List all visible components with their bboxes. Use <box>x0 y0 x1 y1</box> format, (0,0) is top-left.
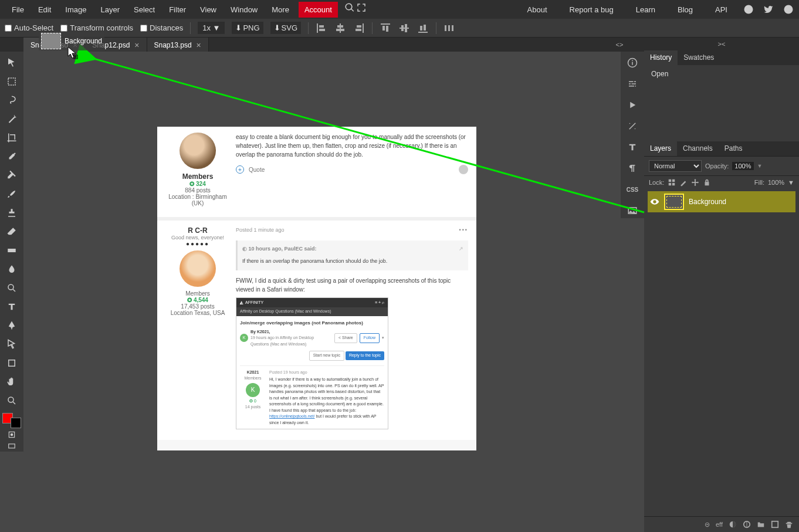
marquee-tool[interactable] <box>2 73 21 90</box>
character-icon[interactable] <box>625 140 640 155</box>
tab-layers[interactable]: Layers <box>644 141 677 156</box>
eraser-tool[interactable] <box>2 223 21 240</box>
tab-channels[interactable]: Channels <box>677 141 719 156</box>
lock-all-icon[interactable] <box>703 178 711 187</box>
mask-icon[interactable] <box>729 520 737 528</box>
color-swatch[interactable] <box>2 413 21 428</box>
menu-report[interactable]: Report a bug <box>563 2 621 18</box>
layer-lock-row: Lock: Fill: 100% ▼ <box>644 175 799 189</box>
brush-tool[interactable] <box>2 185 21 203</box>
distribute-icon[interactable] <box>443 22 455 34</box>
opacity-dropdown-icon[interactable]: ▼ <box>757 163 763 169</box>
fill-value[interactable]: 100% <box>768 179 784 186</box>
blur-tool[interactable] <box>2 260 21 278</box>
gradient-tool[interactable] <box>2 242 21 259</box>
layer-row[interactable]: Background <box>648 191 795 212</box>
visibility-icon[interactable] <box>650 197 659 206</box>
trash-icon[interactable] <box>785 520 793 528</box>
wand-tool[interactable] <box>2 110 21 128</box>
folder-icon[interactable] <box>757 520 765 528</box>
rstrip-collapse-button[interactable]: <> <box>609 39 630 50</box>
css-icon[interactable]: CSS <box>625 182 640 197</box>
multiquote-icon[interactable]: + <box>236 165 244 174</box>
screen-mode-icon[interactable] <box>2 441 21 452</box>
align-center-h-icon[interactable] <box>334 22 346 34</box>
lasso-tool[interactable] <box>2 92 21 109</box>
right-collapse-button[interactable]: >< <box>644 38 799 50</box>
zoom-tool[interactable] <box>2 392 21 409</box>
align-left-icon[interactable] <box>316 22 327 34</box>
paragraph-icon[interactable] <box>625 161 640 176</box>
menu-window[interactable]: Window <box>224 2 265 18</box>
fullscreen-icon[interactable] <box>356 2 367 13</box>
link-layers-icon[interactable]: ⊝ <box>705 521 710 528</box>
menu-api[interactable]: API <box>708 2 734 18</box>
opacity-value[interactable]: 100% <box>732 162 753 170</box>
export-png-button[interactable]: ⬇PNG <box>232 22 263 34</box>
twitter-icon[interactable] <box>763 4 774 15</box>
zoom-select[interactable]: 1x ▼ <box>198 22 225 34</box>
menu-more[interactable]: More <box>265 2 296 18</box>
image-icon[interactable] <box>625 203 640 218</box>
adjust-icon[interactable] <box>625 76 640 92</box>
align-top-icon[interactable] <box>380 22 391 34</box>
adjustment-icon[interactable] <box>743 520 751 528</box>
reaction-icon[interactable] <box>459 165 468 174</box>
play-icon[interactable] <box>625 97 640 113</box>
auto-select-checkbox[interactable]: Auto-Select <box>5 23 53 32</box>
transform-controls-checkbox[interactable]: Transform controls <box>60 23 133 32</box>
canvas-area[interactable]: Members ✪ 324 884 posts Location : Birmi… <box>23 52 621 532</box>
new-layer-icon[interactable] <box>771 520 779 528</box>
hand-tool[interactable] <box>2 373 21 391</box>
menu-select[interactable]: Select <box>127 2 162 18</box>
tab-snap13[interactable]: Snap13.psd× <box>147 38 209 53</box>
post-menu-icon[interactable]: ••• <box>459 226 468 235</box>
path-select-tool[interactable] <box>2 336 21 353</box>
tab-paths[interactable]: Paths <box>719 141 749 156</box>
tab-close-icon[interactable]: × <box>134 40 139 50</box>
crop-tool[interactable] <box>2 129 21 147</box>
align-center-v-icon[interactable] <box>398 22 410 34</box>
lock-move-icon[interactable] <box>691 178 699 187</box>
eyedropper-tool[interactable] <box>2 148 21 165</box>
menu-blog[interactable]: Blog <box>671 2 700 18</box>
shape-tool[interactable] <box>2 354 21 372</box>
stamp-tool[interactable] <box>2 204 21 222</box>
move-tool[interactable] <box>2 54 21 72</box>
menu-filter[interactable]: Filter <box>162 2 193 18</box>
menu-layer[interactable]: Layer <box>94 2 127 18</box>
align-right-icon[interactable] <box>353 22 365 34</box>
quick-mask-icon[interactable] <box>2 429 21 440</box>
reddit-icon[interactable] <box>743 4 754 15</box>
export-svg-button[interactable]: ⬇SVG <box>270 22 301 34</box>
facebook-icon[interactable] <box>783 4 794 15</box>
menu-image[interactable]: Image <box>58 2 93 18</box>
fill-dropdown-icon[interactable]: ▼ <box>788 179 794 186</box>
lock-brush-icon[interactable] <box>679 178 688 187</box>
menu-account[interactable]: Account <box>299 2 338 18</box>
tab-swatches[interactable]: Swatches <box>678 50 720 65</box>
menu-about[interactable]: About <box>520 2 554 18</box>
align-bottom-icon[interactable] <box>417 22 429 34</box>
goto-icon[interactable]: ↗ <box>459 245 463 253</box>
quote-button[interactable]: Quote <box>249 165 265 174</box>
menu-edit[interactable]: Edit <box>31 2 58 18</box>
type-tool[interactable] <box>2 298 21 316</box>
lock-pixels-icon[interactable] <box>668 178 676 187</box>
search-icon[interactable] <box>344 2 356 13</box>
fx-icon[interactable] <box>625 118 640 134</box>
tab-history[interactable]: History <box>644 50 678 65</box>
pen-tool[interactable] <box>2 317 21 334</box>
svg-rect-20 <box>445 25 446 31</box>
info-icon[interactable] <box>625 55 640 70</box>
dodge-tool[interactable] <box>2 279 21 297</box>
tab-close-icon[interactable]: × <box>197 40 201 50</box>
distances-checkbox[interactable]: Distances <box>140 23 183 32</box>
menu-file[interactable]: File <box>5 2 31 18</box>
heal-tool[interactable] <box>2 167 21 184</box>
menu-view[interactable]: View <box>193 2 224 18</box>
fx-button[interactable]: eff <box>716 521 723 528</box>
blend-mode-select[interactable]: Normal <box>649 160 702 172</box>
history-item[interactable]: Open <box>649 67 794 80</box>
menu-learn[interactable]: Learn <box>629 2 662 18</box>
